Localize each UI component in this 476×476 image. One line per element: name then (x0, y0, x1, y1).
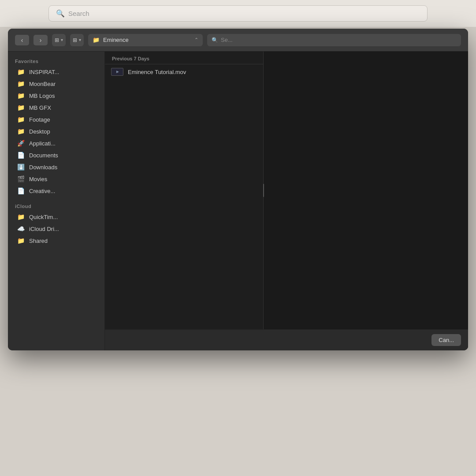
date-section-header: Previous 7 Days (105, 52, 263, 64)
sidebar-icon-icloud-drive: ☁️ (17, 225, 25, 232)
back-button[interactable]: ‹ (15, 35, 29, 45)
sidebar-label-moonbear: MoonBear (29, 81, 56, 87)
toolbar-search-text: Se... (221, 37, 233, 43)
sidebar-icon-documents: 📄 (17, 152, 25, 159)
main-content: Previous 7 Days ▶ Eminence Tutorial.mov … (105, 52, 468, 350)
grid-view-arrow: ▾ (79, 37, 81, 42)
finder-window: ‹ › ⊞ ▾ ⊞ ▾ 📁 Eminence ⌃ 🔍 Se... Favorit… (8, 29, 468, 350)
sidebar-label-mb-gfx: MB GFX (29, 104, 51, 111)
location-bar[interactable]: 📁 Eminence ⌃ (88, 34, 203, 46)
sidebar-item-mb-gfx[interactable]: 📁 MB GFX (11, 102, 102, 113)
sidebar-icon-mb-logos: 📁 (17, 92, 25, 99)
icloud-list: 📁 QuickTim... ☁️ iCloud Dri... 📁 Shared (8, 211, 104, 246)
toolbar-search-icon: 🔍 (212, 37, 218, 43)
sidebar-icon-creative: 📄 (17, 187, 25, 194)
sidebar-item-documents[interactable]: 📄 Documents (11, 149, 102, 161)
columns-view-icon: ⊞ (55, 37, 59, 43)
file-list-container: Previous 7 Days ▶ Eminence Tutorial.mov (105, 52, 468, 329)
sidebar-label-downloads: Downloads (29, 164, 57, 171)
sidebar-item-mb-logos[interactable]: 📁 MB Logos (11, 90, 102, 101)
top-search-bar: 🔍 Search (0, 0, 476, 27)
sidebar-icon-shared: 📁 (17, 237, 25, 244)
sidebar-item-quicktime[interactable]: 📁 QuickTim... (11, 211, 102, 223)
resize-handle-bar (263, 184, 264, 197)
sidebar-item-moonbear[interactable]: 📁 MoonBear (11, 78, 102, 89)
view-grid-group[interactable]: ⊞ ▾ (70, 34, 84, 46)
location-folder-icon: 📁 (93, 37, 100, 43)
search-icon: 🔍 (56, 9, 65, 18)
bottom-bar: Can... (105, 329, 468, 350)
content-area: Favorites 📁 INSPIRAT... 📁 MoonBear 📁 MB … (8, 52, 468, 350)
location-arrows: ⌃ (194, 37, 198, 43)
sidebar-icon-downloads: ⬇️ (17, 164, 25, 171)
cancel-button[interactable]: Can... (431, 334, 461, 346)
view-columns-group[interactable]: ⊞ ▾ (52, 34, 66, 46)
sidebar-icon-applications: 🚀 (17, 140, 25, 147)
icloud-header: iCloud (8, 201, 104, 211)
sidebar-label-desktop: Desktop (29, 128, 50, 135)
sidebar-label-creative: Creative... (29, 188, 55, 194)
sidebar-item-applications[interactable]: 🚀 Applicati... (11, 138, 102, 149)
sidebar-item-desktop[interactable]: 📁 Desktop (11, 126, 102, 137)
sidebar-item-movies[interactable]: 🎬 Movies (11, 173, 102, 185)
file-list: ▶ Eminence Tutorial.mov (105, 64, 263, 79)
file-name-eminence-tutorial: Eminence Tutorial.mov (128, 69, 186, 75)
grid-view-icon: ⊞ (73, 37, 77, 43)
sidebar-item-footage[interactable]: 📁 Footage (11, 114, 102, 125)
sidebar-icon-inspirat: 📁 (17, 68, 25, 75)
top-search-container[interactable]: 🔍 Search (48, 5, 428, 22)
sidebar-item-creative[interactable]: 📄 Creative... (11, 185, 102, 197)
sidebar-label-inspirat: INSPIRAT... (29, 69, 59, 75)
favorites-list: 📁 INSPIRAT... 📁 MoonBear 📁 MB Logos 📁 MB… (8, 66, 104, 197)
sidebar-item-icloud-drive[interactable]: ☁️ iCloud Dri... (11, 223, 102, 234)
sidebar-icon-desktop: 📁 (17, 128, 25, 135)
sidebar-label-applications: Applicati... (29, 140, 56, 147)
file-item-eminence-tutorial[interactable]: ▶ Eminence Tutorial.mov (105, 64, 263, 79)
favorites-header: Favorites (8, 56, 104, 66)
sidebar-item-downloads[interactable]: ⬇️ Downloads (11, 161, 102, 173)
sidebar-label-quicktime: QuickTim... (29, 214, 58, 220)
sidebar-label-mb-logos: MB Logos (29, 93, 55, 99)
sidebar-icon-quicktime: 📁 (17, 213, 25, 220)
sidebar: Favorites 📁 INSPIRAT... 📁 MoonBear 📁 MB … (8, 52, 105, 350)
file-list-panel: Previous 7 Days ▶ Eminence Tutorial.mov (105, 52, 264, 329)
mov-icon: ▶ (111, 68, 123, 76)
toolbar-search[interactable]: 🔍 Se... (207, 34, 461, 46)
preview-panel (264, 52, 468, 329)
forward-button[interactable]: › (33, 35, 48, 45)
sidebar-icon-footage: 📁 (17, 116, 25, 123)
sidebar-icon-mb-gfx: 📁 (17, 104, 25, 111)
columns-view-arrow: ▾ (61, 37, 63, 42)
sidebar-item-shared[interactable]: 📁 Shared (11, 235, 102, 246)
sidebar-label-shared: Shared (29, 238, 48, 244)
sidebar-label-footage: Footage (29, 116, 50, 123)
sidebar-icon-movies: 🎬 (17, 175, 25, 182)
resize-handle[interactable] (262, 52, 265, 329)
sidebar-item-inspirat[interactable]: 📁 INSPIRAT... (11, 66, 102, 78)
toolbar: ‹ › ⊞ ▾ ⊞ ▾ 📁 Eminence ⌃ 🔍 Se... (8, 29, 468, 52)
sidebar-label-documents: Documents (29, 152, 58, 159)
top-search-placeholder: Search (68, 10, 89, 17)
sidebar-label-movies: Movies (29, 176, 47, 182)
sidebar-icon-moonbear: 📁 (17, 80, 25, 87)
sidebar-label-icloud-drive: iCloud Dri... (29, 226, 59, 232)
location-text: Eminence (103, 37, 191, 43)
